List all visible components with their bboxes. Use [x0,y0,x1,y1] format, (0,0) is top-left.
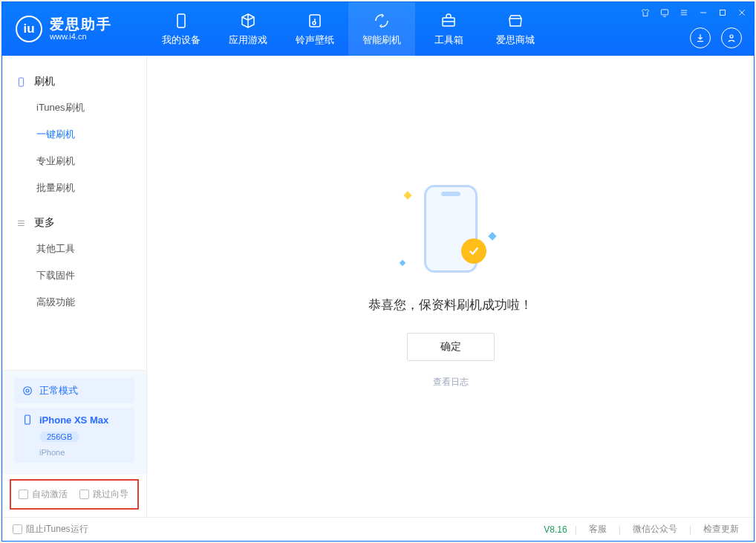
block-itunes-checkbox[interactable]: 阻止iTunes运行 [13,523,88,536]
footer: 阻止iTunes运行 V8.16 | 客服 | 微信公众号 | 检查更新 [2,517,754,541]
svg-rect-7 [19,77,23,85]
spark-icon [488,232,496,240]
logo-icon: iu [16,16,42,42]
checkbox-icon [79,490,89,499]
checkbox-label: 跳过向导 [93,488,128,501]
ok-button[interactable]: 确定 [407,333,495,361]
highlight-box: 自动激活 跳过向导 [10,479,139,510]
separator: | [689,524,691,535]
spark-icon [403,191,411,199]
skin-icon[interactable] [639,7,651,19]
checkbox-label: 自动激活 [32,488,68,501]
separator: | [575,524,577,535]
top-nav: 我的设备 应用游戏 铃声壁纸 智能刷机 工具箱 爱思商城 [148,2,549,56]
nav-smart-flash[interactable]: 智能刷机 [348,2,415,56]
sidebar-item-download-firmware[interactable]: 下载固件 [2,262,146,289]
wechat-link[interactable]: 微信公众号 [628,523,682,536]
toolbox-icon [439,11,458,30]
nav-label: 工具箱 [434,33,463,47]
nav-store[interactable]: 爱思商城 [482,2,549,56]
nav-label: 铃声壁纸 [296,33,334,47]
checkbox-label: 阻止iTunes运行 [26,523,88,536]
sidebar-item-batch-flash[interactable]: 批量刷机 [2,175,146,201]
success-illustration [384,185,518,274]
svg-point-8 [24,387,32,395]
sidebar-item-other-tools[interactable]: 其他工具 [2,235,146,262]
app-title: 爱思助手 [50,17,112,33]
checkbox-icon [19,490,28,499]
music-icon [305,11,325,30]
app-subtitle: www.i4.cn [50,32,112,41]
sidebar-item-pro-flash[interactable]: 专业刷机 [2,148,146,175]
download-icon[interactable] [690,27,711,48]
svg-rect-5 [720,10,726,16]
nav-label: 智能刷机 [362,33,401,47]
sidebar: 刷机 iTunes刷机 一键刷机 专业刷机 批量刷机 更多 其他工具 下载固件 … [2,56,147,517]
checkbox-icon [13,524,22,534]
sidebar-group-header: 更多 [2,210,146,235]
nav-label: 应用游戏 [229,33,267,47]
device-type: iPhone [39,448,65,457]
nav-toolbox[interactable]: 工具箱 [415,2,482,56]
sidebar-item-advanced[interactable]: 高级功能 [2,289,146,316]
cube-icon [238,11,258,30]
close-icon[interactable] [736,7,748,19]
nav-label: 我的设备 [162,33,201,47]
check-update-link[interactable]: 检查更新 [699,523,743,536]
list-icon [16,218,27,229]
sidebar-group-title: 更多 [34,216,55,230]
sidebar-item-oneclick-flash[interactable]: 一键刷机 [2,121,146,148]
sidebar-group-header: 刷机 [2,69,146,94]
logo-area: iu 爱思助手 www.i4.cn [2,16,148,42]
svg-rect-4 [661,10,668,15]
check-badge-icon [461,238,486,264]
storage-badge: 256GB [39,432,79,442]
window-controls [639,7,748,19]
feedback-icon[interactable] [659,7,671,19]
body: 刷机 iTunes刷机 一键刷机 专业刷机 批量刷机 更多 其他工具 下载固件 … [2,56,754,517]
titlebar: iu 爱思助手 www.i4.cn 我的设备 应用游戏 铃声壁纸 智能刷机 [2,2,754,56]
support-link[interactable]: 客服 [584,523,611,536]
titlebar-right-icons [690,27,742,48]
device-mode[interactable]: 正常模式 [14,378,134,403]
app-window: iu 爱思助手 www.i4.cn 我的设备 应用游戏 铃声壁纸 智能刷机 [1,1,755,542]
sidebar-device-panel: 正常模式 iPhone XS Max 256GB iPhone [2,370,146,475]
auto-activate-checkbox[interactable]: 自动激活 [19,488,68,501]
view-log-link[interactable]: 查看日志 [433,376,469,388]
main-content: 恭喜您，保资料刷机成功啦！ 确定 查看日志 [147,56,754,517]
user-icon[interactable] [721,27,742,48]
device-name: iPhone XS Max [39,414,108,426]
success-message: 恭喜您，保资料刷机成功啦！ [368,296,532,313]
nav-ringtone-wallpaper[interactable]: 铃声壁纸 [281,2,348,56]
spark-icon [399,259,405,265]
svg-point-2 [313,22,316,25]
phone-icon [16,77,27,88]
sidebar-item-itunes-flash[interactable]: iTunes刷机 [2,94,146,121]
nav-label: 爱思商城 [496,33,535,47]
svg-rect-10 [25,415,30,424]
device-icon [172,11,191,30]
skip-guide-checkbox[interactable]: 跳过向导 [79,488,128,501]
maximize-icon[interactable] [717,7,729,19]
sidebar-group-title: 刷机 [34,75,55,88]
separator: | [619,524,621,535]
sidebar-group-more: 更多 其他工具 下载固件 高级功能 [2,206,146,320]
phone-icon [22,414,33,426]
mode-icon [22,385,33,397]
minimize-icon[interactable] [697,7,709,19]
sidebar-group-flash: 刷机 iTunes刷机 一键刷机 专业刷机 批量刷机 [2,65,146,206]
nav-apps-games[interactable]: 应用游戏 [215,2,281,56]
version-label: V8.16 [544,524,567,535]
refresh-icon [372,11,391,30]
shop-icon [506,11,525,30]
nav-my-device[interactable]: 我的设备 [148,2,215,56]
menu-icon[interactable] [678,7,690,19]
device-mode-label: 正常模式 [39,384,78,397]
svg-rect-0 [177,14,185,27]
device-card[interactable]: iPhone XS Max 256GB iPhone [14,408,134,463]
svg-point-9 [26,389,29,392]
svg-point-6 [730,35,733,38]
